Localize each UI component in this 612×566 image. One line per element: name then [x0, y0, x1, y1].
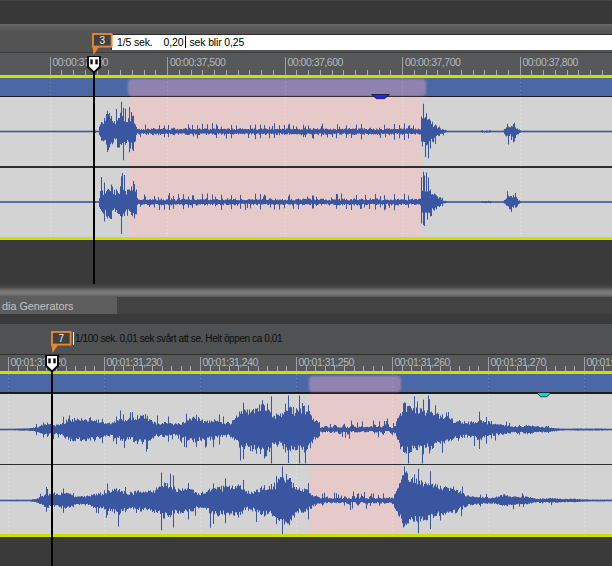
svg-text:7: 7 [58, 333, 64, 344]
svg-text:3: 3 [100, 35, 106, 46]
